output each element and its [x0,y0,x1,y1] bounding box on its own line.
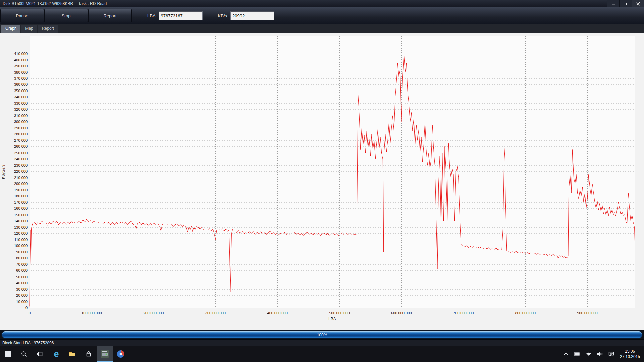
svg-text:0: 0 [25,306,28,310]
action-center-icon [608,352,614,356]
svg-text:900 000 000: 900 000 000 [577,311,598,315]
tab-map[interactable]: Map [21,25,37,33]
tab-graph[interactable]: Graph [1,25,20,33]
svg-text:230 000: 230 000 [14,163,28,167]
taskbar-clock[interactable]: 15:06 27.10.2015 [617,349,644,359]
store-button[interactable] [80,346,97,362]
progress-bar: 100% [2,331,642,338]
windows-logo-icon [5,351,11,357]
svg-text:0: 0 [29,311,31,315]
app-secondary-button[interactable] [113,346,129,362]
edge-icon: e [54,350,59,359]
wifi-icon [586,352,592,356]
svg-text:800 000 000: 800 000 000 [515,311,536,315]
svg-text:210 000: 210 000 [14,176,28,180]
svg-text:700 000 000: 700 000 000 [453,311,474,315]
svg-text:180 000: 180 000 [14,194,28,198]
svg-text:330 000: 330 000 [14,101,28,105]
svg-text:370 000: 370 000 [14,76,28,80]
restore-button[interactable] [619,0,632,7]
volume-tray-button[interactable] [594,352,606,356]
task-view-button[interactable] [32,346,48,362]
report-button[interactable]: Report [88,9,132,22]
kbs-input[interactable] [230,11,274,20]
svg-text:130 000: 130 000 [14,225,28,229]
svg-text:30 000: 30 000 [16,287,28,291]
desktop-root: { "window": { "title": "Disk ST500LM021-… [0,0,644,362]
close-button[interactable] [632,0,644,7]
svg-text:250 000: 250 000 [14,151,28,155]
app-disk-tool-icon [100,350,109,358]
tray-overflow-button[interactable] [560,352,572,356]
system-tray: 15:06 27.10.2015 [560,346,644,362]
svg-text:400 000: 400 000 [14,58,28,62]
svg-text:380 000: 380 000 [14,70,28,74]
svg-text:390 000: 390 000 [14,64,28,68]
minimize-button[interactable] [607,0,619,7]
progress-strip: 100% [0,330,644,339]
window-task-label: task : RD-Read [79,1,107,6]
svg-text:270 000: 270 000 [14,138,28,142]
svg-text:100 000: 100 000 [14,244,28,248]
progress-percent: 100% [2,333,642,337]
svg-text:LBA: LBA [328,317,336,321]
app-secondary-icon [116,350,125,358]
title-bar: Disk ST500LM021-1KJ152-W6258KBR task : R… [0,0,644,7]
clock-time: 15:06 [620,349,640,354]
svg-text:240 000: 240 000 [14,157,28,161]
svg-text:500 000 000: 500 000 000 [329,311,350,315]
svg-text:160 000: 160 000 [14,206,28,210]
svg-text:60 000: 60 000 [16,268,28,273]
read-speed-chart: 010 00020 00030 00040 00050 00060 00070 … [0,33,644,330]
svg-text:80 000: 80 000 [16,256,28,260]
edge-browser-button[interactable]: e [48,346,64,362]
svg-text:290 000: 290 000 [14,126,28,130]
close-icon [636,2,640,6]
minimize-icon [611,2,615,6]
start-button[interactable] [0,346,16,362]
svg-text:140 000: 140 000 [14,219,28,223]
svg-text:340 000: 340 000 [14,95,28,99]
svg-text:350 000: 350 000 [14,89,28,93]
svg-text:400 000 000: 400 000 000 [267,311,288,315]
window-controls [607,0,644,7]
wifi-tray-button[interactable] [583,352,594,356]
app-disk-tool-button[interactable] [97,346,113,362]
svg-text:190 000: 190 000 [14,188,28,192]
svg-text:220 000: 220 000 [14,169,28,173]
svg-text:410 000: 410 000 [14,52,28,56]
kbs-field-label: KB/s [218,13,227,18]
svg-text:120 000: 120 000 [14,231,28,235]
svg-text:20 000: 20 000 [16,293,28,297]
search-button[interactable] [16,346,32,362]
svg-text:260 000: 260 000 [14,144,28,148]
svg-text:360 000: 360 000 [14,82,28,86]
restore-icon [624,2,628,6]
svg-text:10 000: 10 000 [16,300,28,304]
graph-panel: 010 00020 00030 00040 00050 00060 00070 … [0,33,644,330]
lba-field-label: LBA [147,13,156,18]
stop-button[interactable]: Stop [44,9,88,22]
file-explorer-icon [69,351,76,357]
taskbar: e [0,346,644,362]
file-explorer-button[interactable] [64,346,80,362]
svg-text:300 000: 300 000 [14,120,28,124]
svg-text:280 000: 280 000 [14,132,28,136]
store-icon [85,351,92,357]
tab-report[interactable]: Report [38,25,58,33]
toolbar: Pause Stop Report LBA KB/s [0,7,644,24]
svg-text:200 000 000: 200 000 000 [143,311,164,315]
svg-text:200 000: 200 000 [14,182,28,186]
svg-text:170 000: 170 000 [14,200,28,204]
clock-date: 27.10.2015 [620,354,640,359]
lba-input[interactable] [159,11,203,20]
battery-tray-button[interactable] [572,352,583,356]
status-text: Block Start LBA : 976752896 [2,341,54,345]
svg-text:40 000: 40 000 [16,281,28,285]
action-center-button[interactable] [606,352,617,356]
pause-button[interactable]: Pause [0,9,44,22]
svg-text:KBytes/s: KBytes/s [1,164,5,179]
svg-text:100 000 000: 100 000 000 [81,311,102,315]
svg-text:90 000: 90 000 [16,250,28,254]
svg-text:310 000: 310 000 [14,114,28,118]
